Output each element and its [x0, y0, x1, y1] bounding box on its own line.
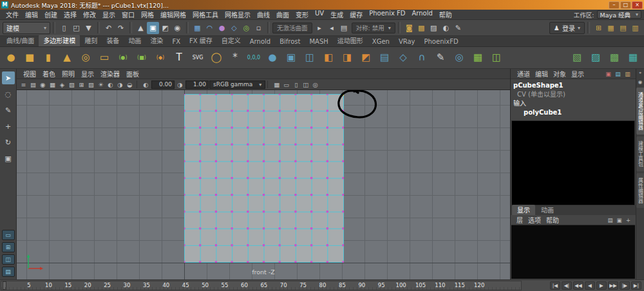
menu-set-select[interactable]: 建模 ▾ — [3, 22, 50, 34]
layer-editor-tab-0[interactable]: 显示 — [512, 205, 535, 215]
shelf-tab-14[interactable]: VRay — [394, 37, 420, 46]
shelf-tab-10[interactable]: Bifrost — [275, 37, 305, 46]
shadows-icon[interactable]: ◐ — [106, 80, 115, 89]
target-weld-icon[interactable]: ◎ — [450, 49, 468, 67]
timeline-tick-65[interactable]: 65 — [260, 282, 267, 288]
channel-values-area[interactable] — [511, 120, 635, 205]
dock-toggle-gold-icon[interactable]: ▥ — [623, 70, 632, 78]
menu-item-13[interactable]: 变形 — [292, 10, 312, 19]
menu-item-6[interactable]: 窗口 — [118, 10, 138, 19]
poly-sphere-icon[interactable]: ● — [2, 49, 20, 67]
timeline-tick-115[interactable]: 115 — [455, 282, 465, 288]
panel-menu-item-0[interactable]: 视图 — [20, 69, 39, 79]
input-connections-icon[interactable]: ▸ — [314, 22, 326, 34]
sweep-mesh-icon[interactable]: ◯ — [207, 49, 225, 67]
menu-item-11[interactable]: 曲线 — [254, 10, 273, 19]
timeline-tick-100[interactable]: 100 — [395, 282, 406, 288]
timeline-tick-10[interactable]: 10 — [45, 282, 52, 288]
poly-cone-icon[interactable]: ▲ — [58, 49, 76, 67]
new-layer-from-selected-icon[interactable]: + — [624, 216, 632, 224]
origin-icon[interactable]: 0,0,0 — [245, 49, 263, 67]
mirror-icon[interactable]: ◫ — [488, 49, 506, 67]
timeline-tick-110[interactable]: 110 — [435, 282, 445, 288]
output-connections-icon[interactable]: ◂ — [326, 22, 338, 34]
panel-menu-item-2[interactable]: 照明 — [59, 69, 78, 79]
highlight-selection-icon[interactable]: ◉ — [171, 22, 184, 34]
prev-key-button[interactable]: ◀| — [562, 281, 572, 290]
shelf-tab-15[interactable]: PhoenixFD — [420, 37, 463, 46]
menu-item-5[interactable]: 显示 — [99, 10, 118, 19]
bevel-icon[interactable]: ◇ — [394, 49, 412, 67]
pan-zoom-icon[interactable]: ⊞ — [77, 80, 86, 89]
shelf-tab-4[interactable]: 动画 — [124, 35, 146, 46]
menu-item-12[interactable]: 曲面 — [273, 10, 292, 19]
shelf-tab-0[interactable]: 曲线/曲面 — [2, 35, 39, 46]
isolate-select-icon[interactable]: ◎ — [310, 80, 320, 89]
make-live-icon[interactable]: ◎ — [240, 22, 252, 34]
maximize-button[interactable]: □ — [620, 1, 631, 9]
panel-menu-icon[interactable]: ≡ — [19, 80, 28, 89]
menu-item-0[interactable]: 文件 — [3, 10, 22, 19]
channel-box-menu-1[interactable]: 编辑 — [533, 69, 551, 79]
menu-item-1[interactable]: 编辑 — [22, 10, 41, 19]
lighting-icon[interactable]: ☀ — [96, 80, 106, 89]
shelf-tab-6[interactable]: FX — [167, 37, 185, 46]
multi-cut-icon[interactable]: ✎ — [431, 49, 450, 67]
exposure-field[interactable]: 0.00 — [151, 80, 175, 89]
shelf-teal-grid-icon[interactable]: ▦ — [624, 49, 642, 67]
timeline-tick-85[interactable]: 85 — [339, 282, 346, 288]
undo-icon[interactable]: ↶ — [102, 22, 115, 34]
menu-item-3[interactable]: 选择 — [61, 10, 80, 19]
gamma-field[interactable]: 1.00 — [185, 80, 209, 89]
timeline-tick-45[interactable]: 45 — [182, 282, 189, 288]
channel-box-menu-0[interactable]: 通道 — [515, 69, 533, 79]
active-surface-field[interactable]: 无激活曲面 — [272, 23, 312, 33]
panel-menu-item-5[interactable]: 面板 — [123, 69, 142, 79]
symmetry-select[interactable]: 对称: 禁用 ▾ — [352, 23, 395, 33]
timeline-tick-60[interactable]: 60 — [241, 282, 248, 288]
poly-cylinder-icon[interactable]: ▮ — [39, 49, 57, 67]
dock-toggle-red-icon[interactable]: ▣ — [604, 70, 612, 78]
render-settings-icon[interactable]: ▨ — [428, 22, 440, 34]
construction-history-icon[interactable]: ▤ — [338, 22, 350, 34]
select-component-icon[interactable]: ◩ — [159, 22, 171, 34]
ambient-occlusion-icon[interactable]: ◑ — [115, 80, 125, 89]
play-backward-button[interactable]: ◀ — [585, 281, 595, 290]
timeline-tick-55[interactable]: 55 — [222, 282, 229, 288]
dock-tab-1[interactable]: 建模工具包 — [636, 136, 644, 171]
timeline-tick-90[interactable]: 90 — [358, 282, 365, 288]
time-slider[interactable]: 5101520253035404550556065707580859095100… — [1, 281, 522, 290]
shelf-tab-3[interactable]: 装备 — [102, 35, 124, 46]
layer-list-area[interactable] — [511, 225, 635, 279]
menu-item-19[interactable]: 帮助 — [436, 10, 455, 19]
select-hierarchy-icon[interactable]: ▲ — [135, 22, 147, 34]
go-to-start-button[interactable]: |◀ — [550, 281, 560, 290]
menu-item-15[interactable]: 生成 — [327, 10, 346, 19]
quad-draw-icon[interactable]: ▦ — [469, 49, 487, 67]
layout-cols-icon[interactable]: ▥ — [629, 22, 641, 34]
timeline-tick-50[interactable]: 50 — [202, 282, 209, 288]
channel-box-menu-3[interactable]: 显示 — [569, 69, 587, 79]
next-frame-button[interactable]: ▶▶ — [608, 281, 618, 290]
cv-hint[interactable]: CV (单击以显示) — [513, 90, 633, 99]
menu-item-16[interactable]: 缓存 — [346, 10, 366, 19]
current-frame-indicator[interactable] — [3, 281, 6, 290]
panel-menu-item-4[interactable]: 渲染器 — [97, 69, 123, 79]
timeline-tick-30[interactable]: 30 — [124, 282, 131, 288]
render-frame-icon[interactable]: ◙ — [403, 22, 415, 34]
menu-item-8[interactable]: 编辑网格 — [157, 10, 189, 19]
menu-item-17[interactable]: Phoenix FD — [366, 10, 408, 19]
shelf-green-cubes-icon[interactable]: ▧ — [568, 49, 586, 67]
close-button[interactable]: × — [632, 1, 643, 9]
shelf-tab-12[interactable]: 运动图形 — [333, 35, 368, 46]
exposure-icon[interactable]: ◐ — [141, 80, 151, 89]
timeline-tick-15[interactable]: 15 — [64, 282, 71, 288]
poly-plane-icon[interactable]: ▭ — [95, 49, 113, 67]
snap-curve-icon[interactable]: ◠ — [204, 22, 216, 34]
new-scene-icon[interactable]: ▯ — [58, 22, 70, 34]
select-camera-icon[interactable]: ▤ — [28, 80, 38, 89]
lock-camera-icon[interactable]: ◉ — [38, 80, 48, 89]
go-to-end-button[interactable]: ▶| — [631, 281, 641, 290]
timeline-tick-75[interactable]: 75 — [299, 282, 307, 288]
gamma-icon[interactable]: ◑ — [175, 80, 185, 89]
